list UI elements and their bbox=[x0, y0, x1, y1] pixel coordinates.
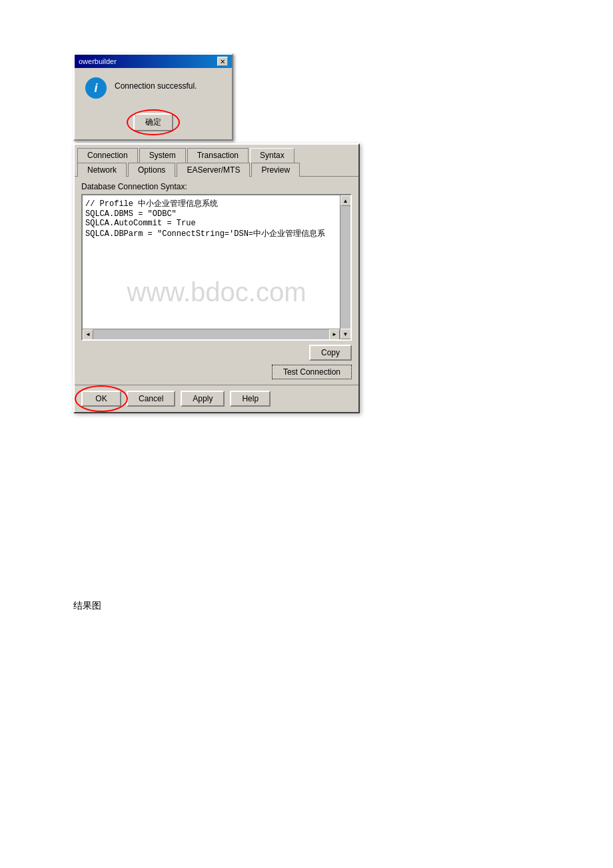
scroll-track-h[interactable] bbox=[93, 329, 329, 340]
success-ok-button[interactable]: 确定 bbox=[133, 113, 173, 131]
help-button[interactable]: Help bbox=[230, 391, 271, 407]
scroll-track-v[interactable] bbox=[340, 206, 351, 329]
tabs-row-1: Connection System Transaction Syntax bbox=[75, 145, 358, 163]
success-dialog-close[interactable]: ✕ bbox=[217, 57, 228, 66]
dialog-footer: OK Cancel Apply Help bbox=[75, 385, 358, 412]
tabs-row-2: Network Options EAServer/MTS Preview bbox=[75, 162, 358, 177]
tab-transaction[interactable]: Transaction bbox=[187, 148, 249, 163]
scroll-up-arrow[interactable]: ▲ bbox=[340, 195, 351, 206]
syntax-textarea[interactable] bbox=[83, 195, 340, 329]
tab-connection[interactable]: Connection bbox=[77, 148, 138, 163]
scrollbar-vertical[interactable]: ▲ ▼ bbox=[340, 195, 350, 339]
scrollbar-horizontal[interactable]: ◄ ► bbox=[83, 329, 340, 339]
tab-preview[interactable]: Preview bbox=[251, 163, 300, 177]
ok-circled-container: 确定 bbox=[133, 113, 173, 131]
result-label: 结果图 bbox=[73, 600, 101, 612]
info-icon: i bbox=[85, 77, 107, 99]
success-message: Connection successful. bbox=[115, 77, 197, 91]
tab-options[interactable]: Options bbox=[128, 163, 175, 177]
tab-syntax[interactable]: Syntax bbox=[250, 148, 295, 163]
buttons-right: Copy Test Connection bbox=[81, 345, 352, 379]
success-dialog-titlebar: owerbuilder ✕ bbox=[75, 55, 232, 68]
tab-network[interactable]: Network bbox=[77, 163, 127, 177]
scroll-right-arrow[interactable]: ► bbox=[329, 329, 340, 340]
tab-system[interactable]: System bbox=[139, 148, 186, 163]
tab-easerver[interactable]: EAServer/MTS bbox=[177, 163, 250, 177]
apply-button[interactable]: Apply bbox=[181, 391, 225, 407]
success-dialog: owerbuilder ✕ i Connection successful. 确… bbox=[73, 53, 233, 141]
ok-button[interactable]: OK bbox=[81, 391, 121, 407]
copy-button[interactable]: Copy bbox=[309, 345, 352, 361]
syntax-textarea-wrapper: ▲ ▼ ◄ ► bbox=[81, 194, 352, 341]
syntax-label: Database Connection Syntax: bbox=[81, 182, 352, 191]
dialog-content: Database Connection Syntax: ▲ ▼ ◄ ► www.… bbox=[75, 177, 358, 385]
success-dialog-buttons: 确定 bbox=[75, 108, 232, 139]
test-connection-button[interactable]: Test Connection bbox=[272, 365, 352, 379]
cancel-button[interactable]: Cancel bbox=[127, 391, 175, 407]
success-dialog-body: i Connection successful. bbox=[75, 68, 232, 108]
scroll-left-arrow[interactable]: ◄ bbox=[83, 329, 93, 340]
scroll-down-arrow[interactable]: ▼ bbox=[340, 329, 351, 339]
ok-btn-container: OK bbox=[81, 391, 121, 407]
success-dialog-title: owerbuilder bbox=[79, 57, 117, 65]
main-dialog: Connection System Transaction Syntax Net… bbox=[73, 143, 360, 413]
